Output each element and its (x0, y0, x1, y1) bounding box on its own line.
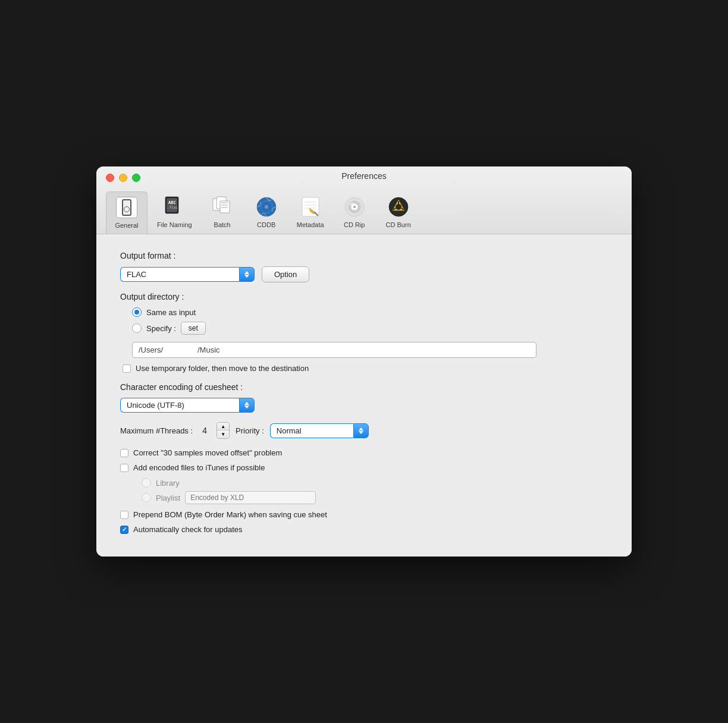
playlist-radio-label: Playlist (156, 493, 180, 502)
toolbar-label-cd-rip: CD Rip (344, 221, 365, 228)
same-as-input-radio[interactable] (132, 307, 142, 317)
minimize-button[interactable] (119, 174, 127, 182)
auto-check-updates-row: Automatically check for updates (120, 525, 608, 534)
output-directory-options: Same as input Specify : set (132, 307, 608, 358)
toolbar-item-metadata[interactable]: Metadata (290, 191, 331, 234)
char-encoding-arrow-up-icon (244, 402, 249, 405)
path-row (132, 342, 608, 358)
char-encoding-select[interactable]: Unicode (UTF-8) (120, 398, 239, 413)
char-encoding-section: Character encoding of cuesheet : Unicode… (120, 382, 608, 413)
auto-check-updates-checkbox[interactable] (120, 526, 128, 534)
add-itunes-label: Add encoded files to iTunes if possible (133, 463, 265, 472)
output-format-select-wrapper: FLAC (120, 267, 255, 282)
correct-offset-label: Correct "30 samples moved offset" proble… (133, 448, 282, 457)
titlebar: Preferences General ABC (96, 166, 632, 234)
thread-decrement-button[interactable]: ▼ (217, 430, 229, 438)
correct-offset-checkbox[interactable] (120, 449, 128, 457)
max-threads-label: Maximum #Threads : (120, 426, 193, 435)
add-itunes-checkbox[interactable] (120, 464, 128, 472)
auto-check-updates-label: Automatically check for updates (133, 525, 243, 534)
priority-arrow-up-icon (359, 427, 363, 430)
output-format-row: FLAC Option (120, 266, 608, 282)
library-row: Library (142, 478, 608, 488)
toolbar-item-cddb[interactable]: CDDB (246, 191, 287, 234)
use-temp-folder-row: Use temporary folder, then move to the d… (123, 364, 608, 373)
svg-point-25 (396, 204, 401, 210)
toolbar: General ABC .flac File Naming (106, 187, 622, 234)
use-temp-folder-label: Use temporary folder, then move to the d… (136, 364, 309, 373)
char-encoding-row: Unicode (UTF-8) (120, 398, 608, 413)
priority-arrow-down-icon (359, 431, 363, 434)
option-button[interactable]: Option (262, 266, 309, 282)
char-encoding-arrow-down-icon (244, 405, 249, 408)
use-temp-folder-checkbox[interactable] (123, 364, 131, 373)
playlist-row: Playlist (142, 491, 608, 504)
arrow-up-icon (244, 271, 249, 274)
char-encoding-label: Character encoding of cuesheet : (120, 382, 608, 392)
metadata-icon (299, 195, 322, 219)
library-radio-row: Library (142, 478, 608, 488)
toolbar-label-cd-burn: CD Burn (386, 221, 411, 228)
char-encoding-select-wrapper: Unicode (UTF-8) (120, 398, 255, 413)
toolbar-label-general: General (115, 222, 138, 229)
general-icon (115, 196, 139, 219)
preferences-window: Preferences General ABC (96, 166, 632, 557)
cd-rip-icon (343, 195, 366, 219)
thread-increment-button[interactable]: ▲ (217, 423, 229, 430)
priority-select[interactable]: Normal (270, 423, 353, 438)
window-title: Preferences (106, 171, 622, 181)
svg-point-12 (265, 205, 268, 209)
library-radio-label: Library (156, 479, 180, 488)
library-radio[interactable] (142, 478, 151, 488)
toolbar-label-metadata: Metadata (297, 221, 324, 228)
output-format-select[interactable]: FLAC (120, 267, 239, 282)
same-as-input-row: Same as input (132, 307, 608, 317)
cd-burn-icon (387, 195, 410, 219)
correct-offset-row: Correct "30 samples moved offset" proble… (120, 448, 608, 457)
priority-label: Priority : (236, 426, 264, 435)
playlist-radio[interactable] (142, 493, 151, 502)
maximize-button[interactable] (132, 174, 140, 182)
prepend-bom-label: Prepend BOM (Byte Order Mark) when savin… (133, 510, 327, 519)
char-encoding-arrows[interactable] (239, 398, 255, 413)
toolbar-item-file-naming[interactable]: ABC .flac File Naming (150, 191, 199, 234)
cddb-icon (255, 195, 278, 219)
same-as-input-label: Same as input (146, 308, 196, 317)
file-naming-icon: ABC .flac (162, 195, 186, 219)
toolbar-item-batch[interactable]: Batch (202, 191, 243, 234)
thread-stepper[interactable]: ▲ ▼ (216, 422, 230, 439)
toolbar-item-cd-rip[interactable]: CD Rip (334, 191, 375, 234)
playlist-name-input[interactable] (185, 491, 316, 504)
prepend-bom-checkbox[interactable] (120, 511, 128, 519)
output-directory-section: Output directory : Same as input Specify… (120, 292, 608, 373)
threads-priority-row: Maximum #Threads : 4 ▲ ▼ Priority : Norm… (120, 422, 608, 439)
toolbar-label-cddb: CDDB (257, 221, 275, 228)
toolbar-label-file-naming: File Naming (157, 221, 192, 228)
output-format-arrows[interactable] (239, 267, 255, 282)
output-format-section: Output format : FLAC Option (120, 251, 608, 282)
specify-radio[interactable] (132, 323, 142, 333)
specify-label: Specify : (146, 324, 176, 333)
priority-select-wrapper: Normal (270, 423, 369, 438)
arrow-down-icon (244, 275, 249, 278)
specify-row: Specify : set (132, 322, 608, 335)
batch-icon (211, 195, 234, 219)
svg-point-21 (353, 206, 356, 208)
svg-text:ABC: ABC (168, 200, 176, 205)
content-area: Output format : FLAC Option Output direc… (96, 234, 632, 557)
output-directory-label: Output directory : (120, 292, 608, 301)
toolbar-item-general[interactable]: General (106, 191, 148, 234)
output-format-label: Output format : (120, 251, 608, 260)
close-button[interactable] (106, 174, 114, 182)
set-button[interactable]: set (181, 322, 206, 335)
svg-text:.flac: .flac (167, 205, 178, 209)
toolbar-item-cd-burn[interactable]: CD Burn (378, 191, 419, 234)
thread-count: 4 (199, 426, 211, 435)
add-itunes-row: Add encoded files to iTunes if possible (120, 463, 608, 472)
directory-path-input[interactable] (132, 342, 536, 358)
toolbar-label-batch: Batch (214, 221, 231, 228)
prepend-bom-row: Prepend BOM (Byte Order Mark) when savin… (120, 510, 608, 519)
priority-arrows[interactable] (353, 423, 369, 438)
